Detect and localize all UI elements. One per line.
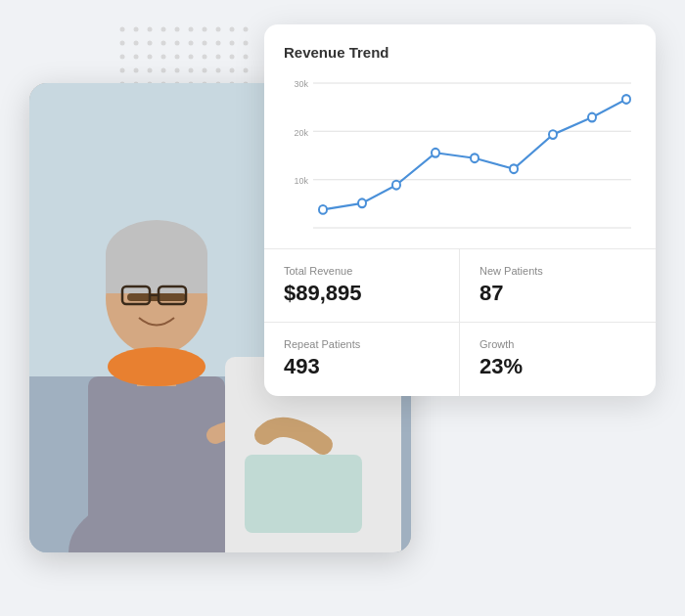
repeat-patients-value: 493 xyxy=(284,354,439,379)
total-revenue-label: Total Revenue xyxy=(284,265,439,277)
stats-grid: Total Revenue $89,895 New Patients 87 Re… xyxy=(264,249,656,396)
svg-text:30k: 30k xyxy=(294,78,308,89)
svg-point-38 xyxy=(549,130,557,139)
svg-point-35 xyxy=(432,149,439,157)
repeat-patients-label: Repeat Patients xyxy=(284,338,439,350)
stat-growth: Growth 23% xyxy=(460,323,656,395)
dashboard-card: Revenue Trend 30k 20k 10k xyxy=(264,24,656,396)
stat-new-patients: New Patients 87 xyxy=(460,249,656,323)
svg-text:20k: 20k xyxy=(294,126,308,137)
growth-label: Growth xyxy=(480,338,636,350)
scene: Revenue Trend 30k 20k 10k xyxy=(29,24,656,592)
svg-point-15 xyxy=(108,347,206,386)
chart-area: Revenue Trend 30k 20k 10k xyxy=(264,24,656,249)
svg-rect-10 xyxy=(106,254,207,293)
svg-point-39 xyxy=(588,113,596,122)
svg-text:10k: 10k xyxy=(294,175,308,186)
svg-point-33 xyxy=(358,198,366,207)
svg-point-37 xyxy=(510,164,518,173)
svg-point-34 xyxy=(392,181,400,190)
svg-rect-6 xyxy=(88,376,225,552)
svg-rect-24 xyxy=(245,455,362,533)
new-patients-label: New Patients xyxy=(480,265,636,277)
svg-point-36 xyxy=(471,154,479,162)
new-patients-value: 87 xyxy=(480,281,636,306)
svg-point-40 xyxy=(622,95,630,104)
stat-repeat-patients: Repeat Patients 493 xyxy=(264,323,460,395)
svg-point-32 xyxy=(319,205,327,214)
chart-title: Revenue Trend xyxy=(284,44,636,61)
revenue-chart: 30k 20k 10k xyxy=(284,72,636,239)
total-revenue-value: $89,895 xyxy=(284,281,439,306)
stat-total-revenue: Total Revenue $89,895 xyxy=(264,249,460,323)
growth-value: 23% xyxy=(480,354,636,379)
